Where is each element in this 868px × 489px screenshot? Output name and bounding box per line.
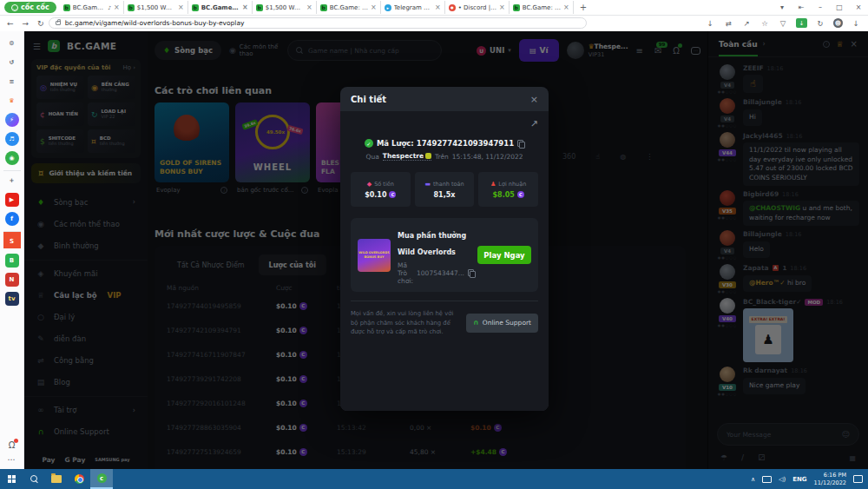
coccoc-logo[interactable]: ◡ cốc cốc xyxy=(4,2,56,13)
tab-favicon xyxy=(385,4,391,11)
tab-title: • Discord | #gam… xyxy=(458,4,496,11)
tab-title: BC.Game: Crypto xyxy=(73,4,105,11)
verified-shield-icon: ✓ xyxy=(365,139,373,148)
nav-icon[interactable]: → xyxy=(23,19,30,28)
browser-tab[interactable]: BC.Game: Crypto Ca… × xyxy=(510,1,574,14)
speaker-icon[interactable]: ◁) xyxy=(779,476,786,483)
window-controls: ▾⇤–□× xyxy=(773,3,868,11)
online-support-button[interactable]: ∩ Online Support xyxy=(466,314,538,333)
sidebar-app-icon[interactable]: B xyxy=(5,254,19,268)
share-icon[interactable]: ↗ xyxy=(351,118,538,134)
taskbar-search-icon[interactable] xyxy=(23,469,45,489)
stat-icon: ◆ xyxy=(367,181,372,188)
tab-close-icon[interactable]: × xyxy=(371,3,377,11)
sidebar-app-icon[interactable]: S xyxy=(3,231,21,248)
toolbar-icon[interactable]: ↓ xyxy=(796,18,807,28)
coccoc-sidebar-bottom: Ω ⋯ xyxy=(8,440,16,464)
toolbar-icon[interactable]: ↓ xyxy=(705,19,715,28)
more-icon[interactable]: ⋯ xyxy=(8,455,16,464)
game-thumbnail[interactable]: WILD OVERLORDS BONUS BUY xyxy=(358,239,391,272)
toolbar-icon[interactable]: ▽ xyxy=(778,19,788,28)
browser-toolbar: ↓⇄↗☆▽↓↻☻↓ xyxy=(705,18,861,28)
language-indicator[interactable]: ENG xyxy=(792,476,806,483)
browser-tab[interactable]: $1,500 Weekend Ev… × xyxy=(124,1,188,14)
sidebar-app-icon[interactable]: ↺ xyxy=(5,56,19,69)
stat-icon: ▬ xyxy=(424,181,431,188)
tab-audio-icon[interactable]: ♪ xyxy=(108,4,111,10)
window-control-icon[interactable]: ⇤ xyxy=(792,3,811,11)
tab-close-icon[interactable]: × xyxy=(114,3,120,11)
display-icon[interactable] xyxy=(762,476,772,483)
file-explorer-icon[interactable] xyxy=(45,469,68,489)
toolbar-icon[interactable]: ↻ xyxy=(815,19,825,28)
toolbar-icon[interactable]: ☻ xyxy=(833,18,843,28)
tab-close-icon[interactable]: × xyxy=(563,3,569,11)
coccoc-taskbar-icon[interactable]: c xyxy=(90,469,113,489)
tab-title: BC.Game: Crypto Ca… xyxy=(523,4,561,11)
sidebar-app-icon[interactable]: ♬ xyxy=(5,132,19,146)
browser-tab[interactable]: $1,500 Weekend Ev… × xyxy=(253,1,317,14)
chrome-icon[interactable] xyxy=(68,469,90,489)
stat-box: ▬thanh toán 81,5x xyxy=(415,172,475,207)
url-field[interactable]: bc.game/vi/game/wild-overlords-bonus-buy… xyxy=(49,17,587,29)
tab-title: BC.Game: Crypto Ca… xyxy=(330,4,368,11)
bet-user-link[interactable]: Thespectre xyxy=(383,152,431,161)
sidebar-app-icon[interactable]: N xyxy=(5,273,19,287)
sidebar-app-icon[interactable]: ◉ xyxy=(5,151,19,165)
tab-title: $1,500 Weekend Ev… xyxy=(266,4,304,11)
tab-close-icon[interactable]: × xyxy=(178,3,184,11)
sidebar-app-icon[interactable]: ⚙ xyxy=(5,36,19,50)
via-label: Qua xyxy=(366,153,379,161)
notification-bell-icon[interactable]: Ω xyxy=(9,440,16,450)
screen: ◡ cốc cốc BC.Game: Crypto ♪ × $1,500 Wee… xyxy=(0,0,868,489)
nav-icon[interactable]: ↻ xyxy=(37,19,44,28)
tab-close-icon[interactable]: × xyxy=(499,3,505,11)
window-control-icon[interactable]: □ xyxy=(830,3,849,11)
new-tab-button[interactable]: + xyxy=(574,3,593,12)
copy-icon[interactable] xyxy=(517,140,524,148)
toolbar-icon[interactable]: ↓ xyxy=(851,19,861,28)
action-center-icon[interactable] xyxy=(853,475,863,483)
tray-chevron-icon[interactable]: ∧ xyxy=(751,476,755,483)
tab-title: BC.Game: Trò chơi s… xyxy=(201,4,240,11)
modal-title: Chi tiết xyxy=(351,95,386,104)
tab-favicon xyxy=(256,4,263,11)
tab-favicon xyxy=(449,4,456,11)
sidebar-app-icon[interactable]: + xyxy=(3,170,21,188)
notification-dot xyxy=(14,439,18,443)
sidebar-app-icon[interactable]: ⚡ xyxy=(5,113,19,127)
toolbar-icon[interactable]: ☆ xyxy=(760,19,770,28)
nav-icon[interactable]: ← xyxy=(7,19,14,28)
sidebar-app-icon[interactable]: f xyxy=(5,212,19,226)
browser-tab[interactable]: • Discord | #gam… × xyxy=(445,1,510,14)
tab-close-icon[interactable]: × xyxy=(435,3,441,11)
window-control-icon[interactable]: – xyxy=(811,3,830,11)
toolbar-icon[interactable]: ↗ xyxy=(741,19,752,28)
sidebar-app-icon[interactable]: ♛ xyxy=(5,94,19,108)
bet-stats: ◆Số tiền $0.10 ▬thanh toán 81,5x ♟Lợi nh… xyxy=(351,172,538,207)
tray-date: 11/12/2022 xyxy=(814,479,846,487)
start-button[interactable] xyxy=(0,469,23,489)
tab-close-icon[interactable]: × xyxy=(242,3,248,11)
browser-tab[interactable]: Telegram Web × xyxy=(381,1,445,14)
sidebar-app-icon[interactable]: ▶ xyxy=(5,193,19,207)
play-now-button[interactable]: Play Ngay xyxy=(477,246,531,264)
browser-tab[interactable]: BC.Game: Trò chơi s… × xyxy=(188,1,253,14)
copy-icon[interactable] xyxy=(468,269,475,277)
modal-close-icon[interactable]: × xyxy=(530,94,538,105)
taskbar-clock[interactable]: 6:16 PM 11/12/2022 xyxy=(814,472,846,487)
sidebar-app-icon[interactable]: tv xyxy=(5,292,19,306)
stat-value: $0.10 xyxy=(365,191,386,199)
stat-label: Số tiền xyxy=(374,181,394,188)
tab-close-icon[interactable]: × xyxy=(306,3,312,11)
bet-id-text: Mã Lược: 1749277421093947911 xyxy=(377,139,514,148)
toolbar-icon[interactable]: ⇄ xyxy=(723,19,733,28)
stat-box: ◆Số tiền $0.10 xyxy=(351,172,411,207)
medal-icon xyxy=(425,153,431,159)
window-control-icon[interactable]: × xyxy=(849,3,868,11)
sidebar-app-icon[interactable]: ≡ xyxy=(5,75,19,89)
browser-tab[interactable]: BC.Game: Crypto Ca… × xyxy=(317,1,381,14)
stat-box: ♟Lợi nhuận $8.05 xyxy=(478,172,538,207)
browser-tab[interactable]: BC.Game: Crypto ♪ × xyxy=(60,1,124,14)
window-control-icon[interactable]: ▾ xyxy=(773,3,792,11)
